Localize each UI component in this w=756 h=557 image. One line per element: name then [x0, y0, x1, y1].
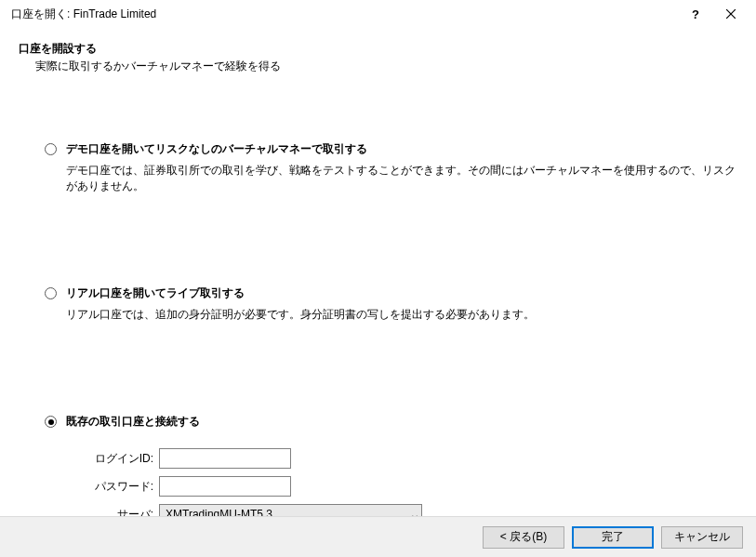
footer: < 戻る(B) 完了 キャンセル: [0, 516, 756, 557]
option-demo-label: デモ口座を開いてリスクなしのバーチャルマネーで取引する: [66, 141, 367, 157]
back-button[interactable]: < 戻る(B): [483, 526, 564, 549]
login-row: ログインID:: [66, 448, 737, 469]
content-area: 口座を開設する 実際に取引するかバーチャルマネーで経験を得る デモ口座を開いてリ…: [0, 28, 756, 524]
option-existing-label: 既存の取引口座と接続する: [66, 414, 200, 430]
option-real-desc: リアル口座では、追加の身分証明が必要です。身分証明書の写しを提出する必要がありま…: [66, 307, 737, 323]
help-button[interactable]: ?: [678, 1, 713, 27]
login-label: ログインID:: [66, 451, 159, 467]
window-title: 口座を開く: FinTrade Limited: [11, 7, 678, 22]
option-real: リアル口座を開いてライブ取引する リアル口座では、追加の身分証明が必要です。身分…: [45, 285, 737, 323]
password-row: パスワード:: [66, 476, 737, 497]
option-existing: 既存の取引口座と接続する ログインID: パスワード: サーバ: XMTradi…: [45, 414, 737, 524]
finish-button[interactable]: 完了: [572, 526, 654, 549]
option-real-row[interactable]: リアル口座を開いてライブ取引する: [45, 285, 737, 301]
cancel-button[interactable]: キャンセル: [661, 526, 743, 549]
existing-form: ログインID: パスワード: サーバ: XMTradingMU-MT5 3 ⌵: [66, 448, 737, 524]
option-demo-row[interactable]: デモ口座を開いてリスクなしのバーチャルマネーで取引する: [45, 141, 737, 157]
radio-demo[interactable]: [45, 143, 57, 155]
login-input[interactable]: [159, 448, 291, 469]
page-subtitle: 実際に取引するかバーチャルマネーで経験を得る: [19, 59, 737, 74]
close-icon: [726, 9, 736, 19]
radio-existing[interactable]: [45, 416, 57, 428]
option-real-label: リアル口座を開いてライブ取引する: [66, 285, 245, 301]
option-demo-desc: デモ口座では、証券取引所での取引を学び、戦略をテストすることができます。その間に…: [66, 163, 737, 194]
titlebar: 口座を開く: FinTrade Limited ?: [0, 0, 756, 28]
close-button[interactable]: [713, 1, 749, 27]
password-input[interactable]: [159, 476, 291, 497]
password-label: パスワード:: [66, 479, 159, 495]
option-demo: デモ口座を開いてリスクなしのバーチャルマネーで取引する デモ口座では、証券取引所…: [45, 141, 737, 194]
page-title: 口座を開設する: [19, 41, 737, 57]
radio-real[interactable]: [45, 287, 57, 299]
option-existing-row[interactable]: 既存の取引口座と接続する: [45, 414, 737, 430]
options-group: デモ口座を開いてリスクなしのバーチャルマネーで取引する デモ口座では、証券取引所…: [19, 141, 737, 524]
